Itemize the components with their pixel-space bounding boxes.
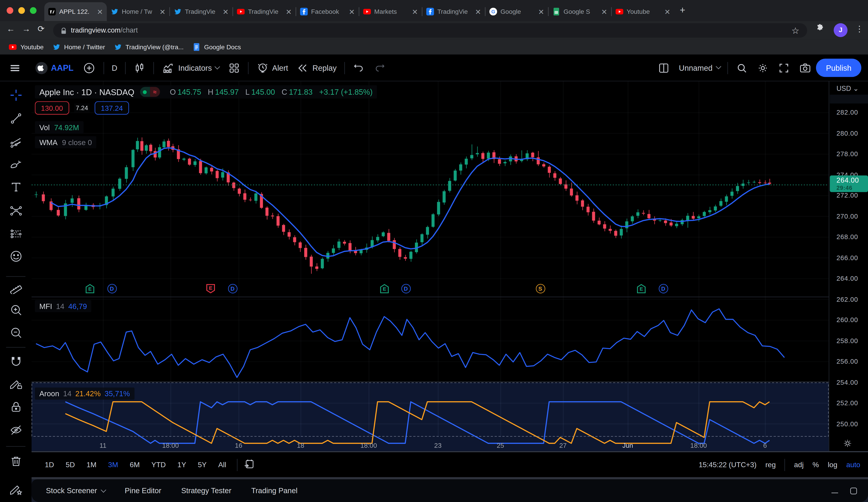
publish-button[interactable]: Publish xyxy=(816,59,861,77)
menu-hamburger-icon[interactable] xyxy=(4,58,25,77)
browser-tab[interactable]: APPL 122.✕ xyxy=(44,2,107,21)
event-badge-S[interactable]: S xyxy=(536,284,545,293)
new-tab-button[interactable]: + xyxy=(680,5,685,21)
redo-icon[interactable] xyxy=(369,58,390,77)
event-badge-D[interactable]: D xyxy=(228,284,237,293)
range-6M-button[interactable]: 6M xyxy=(125,459,145,470)
traffic-minimize-button[interactable] xyxy=(18,7,25,14)
tab-close-icon[interactable]: ✕ xyxy=(286,8,292,16)
eyeoff-tool-icon[interactable] xyxy=(10,423,23,437)
bottom-panel-trading-panel[interactable]: Trading Panel xyxy=(251,487,298,495)
tab-close-icon[interactable]: ✕ xyxy=(159,8,166,16)
browser-tab[interactable]: Home / Tw✕ xyxy=(107,2,169,21)
zoomout-tool-icon[interactable] xyxy=(10,326,23,339)
bookmark-item[interactable]: TradingView (@tra... xyxy=(114,43,184,51)
avatar[interactable]: J xyxy=(834,23,847,37)
extensions-icon[interactable] xyxy=(816,24,824,34)
browser-tab[interactable]: Youtube✕ xyxy=(612,2,674,21)
auto-button[interactable]: auto xyxy=(846,461,860,469)
event-badge-E[interactable]: E xyxy=(206,284,215,293)
undo-icon[interactable] xyxy=(348,58,369,77)
pitchfork-tool-icon[interactable] xyxy=(10,136,23,149)
range-low-label[interactable]: 130.00 xyxy=(35,101,69,115)
range-YTD-button[interactable]: YTD xyxy=(146,459,171,470)
zoomin-tool-icon[interactable] xyxy=(10,303,23,317)
snapshot-camera-icon[interactable] xyxy=(794,58,816,77)
adj-button[interactable]: adj xyxy=(794,461,804,469)
bottom-panel-strategy-tester[interactable]: Strategy Tester xyxy=(181,487,231,495)
indicators-button[interactable]: Indicators xyxy=(157,58,223,77)
tab-close-icon[interactable]: ✕ xyxy=(664,8,670,16)
browser-tab[interactable]: TradingVie✕ xyxy=(423,2,485,21)
panel-minimize-icon[interactable] xyxy=(831,489,838,493)
range-high-label[interactable]: 137.24 xyxy=(95,101,129,115)
trash-tool-icon[interactable] xyxy=(10,454,23,468)
bookmark-item[interactable]: Google Docs xyxy=(193,43,241,51)
brush-tool-icon[interactable] xyxy=(10,158,23,171)
tab-close-icon[interactable]: ✕ xyxy=(349,8,355,16)
lock-tool-icon[interactable] xyxy=(10,401,23,414)
position-tool-icon[interactable] xyxy=(10,227,23,240)
panel-maximize-icon[interactable] xyxy=(850,487,857,494)
bookmark-item[interactable]: Home / Twitter xyxy=(52,43,105,51)
url-field[interactable]: tradingview.com/chart ☆ xyxy=(53,23,807,38)
range-All-button[interactable]: All xyxy=(213,459,231,470)
range-3M-button[interactable]: 3M xyxy=(103,459,123,470)
ruler-tool-icon[interactable] xyxy=(10,281,23,294)
bottom-panel-pine-editor[interactable]: Pine Editor xyxy=(125,487,162,495)
text-tool-icon[interactable] xyxy=(10,180,23,194)
axis-settings-gear-icon[interactable] xyxy=(843,439,852,451)
browser-tab[interactable]: TradingVie✕ xyxy=(233,2,296,21)
event-badge-E[interactable]: E xyxy=(85,284,94,293)
go-to-date-icon[interactable] xyxy=(243,458,254,471)
bookmark-star-icon[interactable]: ☆ xyxy=(792,25,799,36)
browser-tab[interactable]: Google S✕ xyxy=(549,2,611,21)
traffic-close-button[interactable] xyxy=(7,7,13,14)
tab-close-icon[interactable]: ✕ xyxy=(475,8,481,16)
interval-button[interactable]: D xyxy=(107,58,122,77)
bottom-panel-stock-screener[interactable]: Stock Screener xyxy=(46,487,105,495)
currency-label[interactable]: USD ⌄ xyxy=(836,84,859,92)
layout-name[interactable]: Unnamed xyxy=(674,58,724,77)
emoji-tool-icon[interactable] xyxy=(10,250,23,263)
event-badge-E[interactable]: E xyxy=(380,284,389,293)
symbol-title[interactable]: Apple Inc · 1D · NASDAQ xyxy=(39,87,134,97)
session-reg-button[interactable]: reg xyxy=(765,461,776,469)
browser-tab[interactable]: GGoogle✕ xyxy=(486,2,548,21)
grid-layout-icon[interactable] xyxy=(224,58,245,77)
alert-button[interactable]: Alert xyxy=(251,58,292,77)
traffic-zoom-button[interactable] xyxy=(30,7,37,14)
search-icon[interactable] xyxy=(731,58,752,77)
menu-kebab-icon[interactable]: ⋮ xyxy=(855,24,864,34)
price-chart-canvas[interactable] xyxy=(32,81,829,451)
event-badge-D[interactable]: D xyxy=(659,284,668,293)
tab-close-icon[interactable]: ✕ xyxy=(97,8,103,16)
replay-button[interactable]: Replay xyxy=(292,58,341,77)
back-icon[interactable]: ← xyxy=(7,24,15,33)
layout-select-icon[interactable] xyxy=(653,58,674,77)
favorite-drawings-tool-icon[interactable] xyxy=(10,483,23,496)
magnet-tool-icon[interactable] xyxy=(10,355,23,368)
tab-close-icon[interactable]: ✕ xyxy=(538,8,544,16)
event-badge-D[interactable]: D xyxy=(107,284,117,293)
trendline-tool-icon[interactable] xyxy=(10,112,23,125)
range-1M-button[interactable]: 1M xyxy=(82,459,102,470)
range-5D-button[interactable]: 5D xyxy=(61,459,80,470)
fullscreen-icon[interactable] xyxy=(773,58,794,77)
settings-gear-icon[interactable] xyxy=(752,58,773,77)
chart-type-icon[interactable] xyxy=(129,58,150,77)
range-5Y-button[interactable]: 5Y xyxy=(193,459,211,470)
symbol-button[interactable]: AAPL xyxy=(31,58,78,77)
compare-add-icon[interactable] xyxy=(78,58,100,77)
bookmark-item[interactable]: Youtube xyxy=(9,43,44,51)
clock-label[interactable]: 15:45:22 (UTC+3) xyxy=(699,461,756,469)
browser-tab[interactable]: Markets✕ xyxy=(359,2,422,21)
tab-close-icon[interactable]: ✕ xyxy=(601,8,607,16)
reload-icon[interactable]: ⟳ xyxy=(38,24,45,34)
range-1Y-button[interactable]: 1Y xyxy=(173,459,191,470)
crosshair-tool-icon[interactable] xyxy=(10,88,23,102)
price-axis[interactable]: USD ⌄ 282.00280.00278.00274.00272.00270.… xyxy=(829,81,868,451)
range-1D-button[interactable]: 1D xyxy=(40,459,59,470)
percent-button[interactable]: % xyxy=(813,461,819,469)
xabcd-tool-icon[interactable] xyxy=(10,203,23,217)
